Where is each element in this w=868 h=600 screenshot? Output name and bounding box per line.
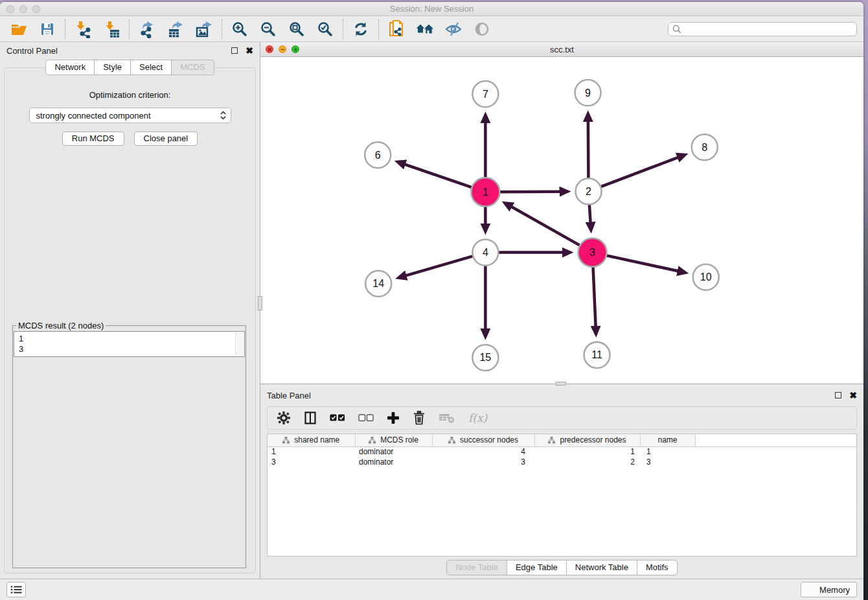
graph-node-label: 15	[479, 351, 491, 363]
session-title: Session: New Session	[0, 4, 863, 14]
close-panel-button[interactable]: Close panel	[134, 132, 198, 146]
import-network-button[interactable]	[73, 19, 93, 39]
column-header-mcds-role[interactable]: MCDS role	[355, 434, 432, 446]
column-header-predecessor-nodes[interactable]: predecessor nodes	[534, 434, 640, 446]
export-network-button[interactable]	[137, 19, 157, 39]
mcds-result-value: 1	[19, 334, 233, 344]
list-icon	[10, 585, 22, 594]
cell-shared-name[interactable]: 1	[268, 446, 355, 457]
cell-predecessor-nodes[interactable]: 2	[534, 457, 640, 467]
export-image-button[interactable]	[194, 19, 214, 39]
cell-filler	[695, 457, 856, 467]
fit-content-button[interactable]	[287, 19, 306, 39]
table-row[interactable]: 1 dominator 4 1 1	[268, 446, 856, 457]
save-session-button[interactable]	[38, 19, 57, 39]
column-header-name[interactable]: name	[640, 434, 695, 446]
duplicate-network-button[interactable]	[387, 19, 406, 39]
network-canvas[interactable]: 7968124314101511	[260, 57, 863, 384]
title-bar: Session: New Session	[0, 2, 863, 16]
graph-node-label: 8	[702, 141, 707, 153]
hide-graphics-details-button[interactable]	[444, 19, 463, 39]
cell-shared-name[interactable]: 3	[268, 457, 355, 467]
memory-button[interactable]: Memory	[801, 582, 857, 597]
control-panel-tabs: Network Style Select MCDS	[0, 60, 260, 75]
tab-edge-table[interactable]: Edge Table	[507, 560, 567, 575]
column-header-shared-name[interactable]: shared name	[268, 434, 355, 446]
control-panel-header: Control Panel ✖	[0, 42, 260, 59]
cell-name[interactable]: 1	[640, 446, 695, 457]
zoom-window-icon[interactable]	[32, 5, 40, 13]
graph-edge-2-8[interactable]	[589, 157, 679, 192]
zoom-out-button[interactable]	[258, 19, 278, 39]
memory-button-label: Memory	[819, 585, 850, 595]
task-history-button[interactable]	[6, 582, 26, 597]
minimize-window-icon[interactable]	[19, 5, 27, 13]
cell-predecessor-nodes[interactable]: 1	[534, 446, 640, 457]
cell-mcds-role[interactable]: dominator	[355, 446, 432, 457]
search-icon	[672, 24, 682, 34]
criterion-dropdown[interactable]: strongly connected component	[29, 108, 231, 123]
close-table-panel-icon[interactable]: ✖	[849, 392, 857, 398]
graph-node-label: 7	[483, 88, 488, 100]
mcds-panel: Optimization criterion: strongly connect…	[4, 67, 256, 573]
tab-network-table[interactable]: Network Table	[567, 560, 637, 575]
run-mcds-button[interactable]: Run MCDS	[62, 132, 124, 146]
add-column-icon[interactable]	[387, 411, 400, 424]
cell-filler	[695, 446, 856, 457]
table-tabs: Node Table Edge Table Network Table Moti…	[260, 557, 863, 579]
deselect-all-icon[interactable]	[358, 414, 374, 422]
tab-select[interactable]: Select	[131, 60, 172, 75]
float-table-panel-icon[interactable]	[835, 392, 841, 398]
network-home-button[interactable]	[415, 19, 435, 39]
mcds-result-value: 3	[19, 344, 233, 354]
graph-node-label: 11	[591, 349, 602, 360]
import-table-button[interactable]	[102, 19, 121, 39]
tab-style[interactable]: Style	[95, 60, 131, 75]
zoom-selected-button[interactable]	[315, 19, 335, 39]
export-table-button[interactable]	[166, 19, 185, 39]
cell-name[interactable]: 3	[640, 457, 695, 467]
tab-motifs[interactable]: Motifs	[637, 560, 678, 575]
refresh-button[interactable]	[351, 19, 371, 39]
table-settings-icon[interactable]	[277, 411, 291, 425]
graph-node-label: 10	[700, 271, 712, 283]
dropdown-stepper-icon	[220, 110, 227, 121]
zoom-in-button[interactable]	[230, 19, 249, 39]
show-columns-icon[interactable]	[304, 411, 317, 425]
close-panel-icon[interactable]: ✖	[246, 47, 253, 54]
table-panel-header: Table Panel ✖	[260, 387, 863, 404]
search-box[interactable]	[668, 22, 857, 36]
node-table[interactable]: shared name MCDS role successor nodes pr…	[267, 433, 857, 557]
table-header-filler	[695, 434, 856, 446]
splitter-handle[interactable]	[556, 382, 566, 386]
vertical-splitter-handle[interactable]	[258, 296, 262, 310]
table-header-row: shared name MCDS role successor nodes pr…	[268, 434, 856, 446]
network-graph[interactable]: 7968124314101511	[260, 57, 863, 384]
mcds-result-title: MCDS result (2 nodes)	[16, 321, 106, 330]
tab-mcds[interactable]: MCDS	[172, 60, 214, 75]
result-scrollbar[interactable]	[235, 332, 244, 356]
float-panel-icon[interactable]	[231, 47, 238, 54]
close-network-icon[interactable]	[266, 45, 273, 53]
mcds-result-box[interactable]: 1 3	[14, 331, 245, 357]
cell-successor-nodes[interactable]: 3	[432, 457, 534, 467]
open-session-button[interactable]	[9, 19, 29, 39]
cell-successor-nodes[interactable]: 4	[432, 446, 534, 457]
memory-status-icon	[808, 586, 816, 594]
cell-mcds-role[interactable]: dominator	[355, 457, 432, 467]
minimize-network-icon[interactable]	[279, 45, 286, 53]
graph-node-label: 2	[586, 185, 591, 197]
tab-node-table[interactable]: Node Table	[446, 560, 507, 575]
table-row[interactable]: 3 dominator 3 2 3	[268, 457, 856, 467]
delete-column-icon[interactable]	[413, 411, 426, 425]
close-window-icon[interactable]	[6, 5, 14, 13]
select-all-icon[interactable]	[330, 414, 345, 422]
window-controls	[6, 5, 40, 13]
zoom-network-icon[interactable]	[291, 45, 299, 53]
tab-network[interactable]: Network	[45, 60, 95, 75]
column-header-successor-nodes[interactable]: successor nodes	[432, 434, 534, 446]
search-input[interactable]	[682, 25, 853, 34]
horizontal-splitter[interactable]	[260, 384, 863, 387]
network-window-title: scc.txt	[260, 45, 863, 54]
show-graphics-details-button[interactable]	[472, 19, 492, 39]
